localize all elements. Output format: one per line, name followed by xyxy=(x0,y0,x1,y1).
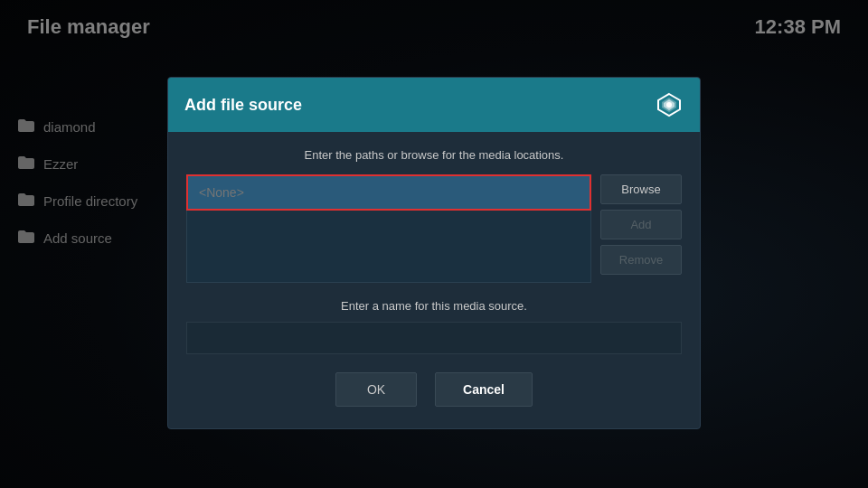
kodi-logo-icon xyxy=(655,90,684,119)
remove-button[interactable]: Remove xyxy=(600,245,682,275)
paths-instruction: Enter the paths or browse for the media … xyxy=(186,148,682,162)
path-list-empty xyxy=(186,211,591,283)
ok-button[interactable]: OK xyxy=(335,372,417,407)
name-instruction: Enter a name for this media source. xyxy=(186,299,682,313)
dialog-title: Add file source xyxy=(184,96,302,115)
dialog-body: Enter the paths or browse for the media … xyxy=(168,132,700,428)
dialog-footer: OK Cancel xyxy=(186,372,682,410)
dialog-header: Add file source xyxy=(168,78,700,132)
add-button[interactable]: Add xyxy=(600,210,682,239)
path-section: Browse Add Remove xyxy=(186,174,682,283)
cancel-button[interactable]: Cancel xyxy=(435,372,533,407)
name-section: Enter a name for this media source. xyxy=(186,299,682,354)
svg-point-3 xyxy=(666,102,672,108)
browse-button[interactable]: Browse xyxy=(600,174,682,204)
path-list-area xyxy=(186,174,591,283)
name-input[interactable] xyxy=(186,322,682,354)
modal-backdrop: Add file source Enter the paths or brows… xyxy=(0,0,868,488)
side-buttons: Browse Add Remove xyxy=(600,174,682,283)
add-file-source-dialog: Add file source Enter the paths or brows… xyxy=(167,77,701,429)
path-input[interactable] xyxy=(186,174,591,211)
